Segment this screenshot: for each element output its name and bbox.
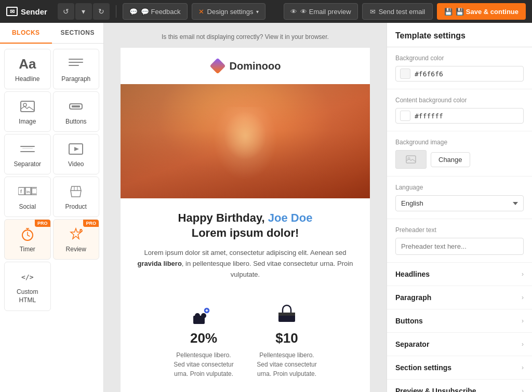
bg-color-input-row — [395, 66, 524, 82]
svg-rect-27 — [285, 316, 289, 322]
save-continue-button[interactable]: 💾 💾 Save & continue — [437, 3, 526, 20]
block-headline-label: Headline — [15, 75, 39, 83]
blocks-grid: Aa Headline Paragraph Image Buttons — [0, 44, 103, 316]
stat-item-2: $10 Pellentesque libero. Sed vitae conse… — [256, 301, 318, 379]
stat1-icon — [191, 301, 216, 326]
logo-icon — [6, 7, 18, 16]
email-stats: 20% Pellentesque libero. Sed vitae conse… — [137, 293, 353, 387]
sidebar-tabs: BLOCKS SECTIONS — [0, 23, 103, 44]
block-video[interactable]: Video — [53, 134, 100, 174]
block-custom-html-label: Custom HTML — [9, 288, 46, 304]
stat1-value: 20% — [190, 330, 217, 346]
timer-pro-badge: PRO — [35, 220, 50, 227]
email-logo: Dominooo — [210, 58, 281, 74]
video-icon — [69, 141, 83, 157]
accordion-buttons-header[interactable]: Buttons › — [387, 309, 532, 332]
block-image-label: Image — [19, 118, 36, 125]
svg-rect-6 — [72, 105, 80, 107]
accordion-headlines-header[interactable]: Headlines › — [387, 263, 532, 286]
design-icon: ✕ — [198, 8, 204, 16]
accordion-section-settings: Section settings › — [387, 356, 532, 380]
content-bg-label: Content background color — [395, 97, 524, 104]
timer-icon — [21, 226, 34, 242]
language-label: Language — [395, 184, 524, 191]
block-timer[interactable]: PRO Timer — [4, 219, 51, 260]
design-settings-button[interactable]: ✕ Design settings ▾ — [192, 3, 266, 20]
send-icon: ✉ — [370, 8, 376, 16]
navbar: Sender ↺ ▾ ↻ 💬 💬 Feedback ✕ Design setti… — [0, 0, 532, 23]
design-settings-label: Design settings — [207, 8, 254, 16]
bg-color-value[interactable] — [415, 70, 519, 78]
svg-rect-28 — [406, 156, 416, 163]
accordion-headlines-title: Headlines — [395, 270, 430, 278]
send-test-label: Send test email — [379, 8, 425, 16]
svg-marker-11 — [74, 147, 79, 151]
email-body-content: Happy Birthday, Joe Doe Lorem ipsum dolo… — [121, 198, 370, 392]
block-product[interactable]: Product — [53, 177, 100, 217]
preheader-input[interactable] — [395, 238, 524, 255]
accordion-preview-unsubscribe-header[interactable]: Preview & Unsubscribe › — [387, 380, 532, 392]
change-bg-image-button[interactable]: Change — [431, 152, 470, 167]
send-test-button[interactable]: ✉ Send test email — [362, 3, 433, 20]
panel-title: Template settings — [387, 23, 532, 47]
accordion-buttons-title: Buttons — [395, 317, 423, 325]
feedback-icon: 💬 — [129, 8, 138, 16]
dropdown-button[interactable]: ▾ — [75, 3, 92, 20]
block-paragraph-label: Paragraph — [61, 75, 90, 83]
accordion-section-settings-arrow: › — [522, 364, 524, 371]
block-video-label: Video — [68, 160, 84, 168]
accordion-section-settings-header[interactable]: Section settings › — [387, 356, 532, 379]
content-bg-section: Content background color — [387, 89, 532, 131]
feedback-button[interactable]: 💬 💬 Feedback — [123, 3, 188, 20]
logo-diamond-shape — [209, 58, 225, 74]
stat1-desc: Pellentesque libero. Sed vitae consectet… — [172, 350, 235, 379]
block-paragraph[interactable]: Paragraph — [53, 49, 100, 89]
custom-html-icon: </> — [21, 268, 33, 285]
save-icon: 💾 — [444, 8, 453, 16]
content-bg-value[interactable] — [415, 112, 519, 120]
email-preview-button[interactable]: 👁 👁 Email preview — [284, 3, 358, 20]
hero-figure — [208, 107, 283, 187]
email-preview-label: 👁 Email preview — [300, 8, 351, 16]
language-select[interactable]: English Spanish French German — [395, 195, 524, 211]
tab-sections[interactable]: SECTIONS — [52, 23, 104, 43]
accordion-separator-arrow: › — [522, 341, 524, 348]
block-headline[interactable]: Aa Headline — [4, 49, 51, 89]
bg-image-section: Background image Change — [387, 131, 532, 177]
accordion-preview-unsubscribe-title: Preview & Unsubscribe — [395, 387, 476, 392]
paragraph-icon — [69, 56, 83, 72]
block-custom-html[interactable]: </> Custom HTML — [4, 262, 51, 311]
accordion-preview-unsubscribe-arrow: › — [522, 387, 524, 392]
block-social[interactable]: f in Social — [4, 177, 51, 217]
preheader-label: Preheader text — [395, 226, 524, 234]
svg-point-22 — [195, 313, 200, 318]
headline-icon: Aa — [19, 56, 36, 72]
content-bg-input-row — [395, 108, 524, 124]
logo-diamond — [210, 58, 225, 74]
block-timer-label: Timer — [20, 246, 35, 253]
accordion-buttons-arrow: › — [522, 317, 524, 325]
right-panel: Template settings Background color Conte… — [387, 23, 532, 392]
headline-text-2: Lorem ipsum dolor! — [192, 226, 299, 239]
tab-blocks[interactable]: BLOCKS — [0, 23, 52, 44]
block-review[interactable]: PRO Review — [53, 219, 100, 260]
review-icon — [68, 226, 84, 242]
accordion-separator-header[interactable]: Separator › — [387, 333, 532, 356]
bg-image-row: Change — [395, 150, 524, 169]
headline-name: Joe Doe — [268, 211, 313, 224]
language-section: Language English Spanish French German — [387, 177, 532, 219]
undo-button[interactable]: ↺ — [58, 3, 74, 20]
redo-button[interactable]: ↻ — [93, 3, 110, 20]
block-separator[interactable]: Separator — [4, 134, 51, 174]
accordion-paragraph-header[interactable]: Paragraph › — [387, 286, 532, 309]
bg-color-swatch[interactable] — [400, 69, 410, 79]
block-product-label: Product — [65, 203, 87, 210]
email-body-text: Lorem ipsum dolor sit amet, consectetur … — [137, 248, 353, 280]
block-social-label: Social — [19, 203, 36, 210]
block-buttons[interactable]: Buttons — [53, 91, 100, 132]
content-bg-swatch[interactable] — [400, 111, 410, 121]
block-image[interactable]: Image — [4, 91, 51, 132]
accordion-separator-title: Separator — [395, 340, 429, 348]
feedback-label: 💬 Feedback — [141, 8, 181, 16]
accordion-headlines-arrow: › — [522, 271, 524, 278]
